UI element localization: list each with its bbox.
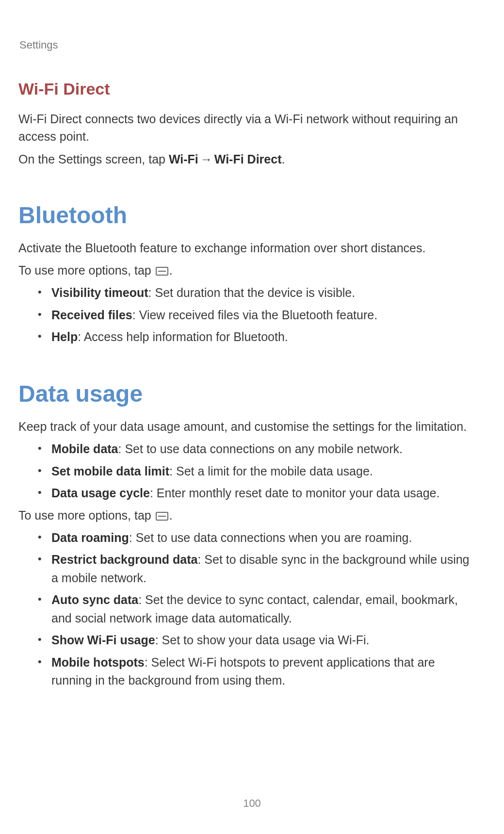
list-item: Restrict background data: Set to disable… (38, 551, 475, 587)
heading-wifi-direct: Wi-Fi Direct (18, 80, 475, 98)
menu-icon (156, 267, 168, 276)
wifi-direct-description: Wi-Fi Direct connects two devices direct… (18, 110, 475, 146)
list-item: Data usage cycle: Enter monthly reset da… (38, 484, 475, 503)
list-item: Show Wi-Fi usage: Set to show your data … (38, 631, 475, 650)
text-wifi-direct: Wi-Fi Direct (214, 152, 282, 166)
text-prefix: On the Settings screen, tap (18, 152, 169, 166)
term: Data usage cycle (51, 486, 150, 500)
list-item: Received files: View received files via … (38, 306, 475, 325)
desc: : Set to use data connections on any mob… (118, 442, 403, 456)
list-item: Mobile data: Set to use data connections… (38, 440, 475, 458)
text-suffix: . (169, 263, 173, 277)
data-usage-description: Keep track of your data usage amount, an… (18, 418, 475, 435)
term: Data roaming (51, 531, 129, 544)
term: Set mobile data limit (51, 464, 169, 478)
term: Help (51, 330, 78, 343)
list-item: Auto sync data: Set the device to sync c… (38, 591, 475, 627)
list-item: Help: Access help information for Blueto… (38, 328, 475, 346)
section-wifi-direct: Wi-Fi Direct Wi-Fi Direct connects two d… (18, 80, 475, 168)
text-suffix: . (281, 152, 285, 166)
term: Restrict background data (51, 553, 197, 566)
term: Auto sync data (51, 593, 138, 606)
list-item: Mobile hotspots: Select Wi-Fi hotspots t… (38, 654, 475, 690)
desc: : View received files via the Bluetooth … (132, 308, 377, 322)
wifi-direct-instruction: On the Settings screen, tap Wi-Fi→Wi-Fi … (18, 150, 475, 168)
data-usage-list-secondary: Data roaming: Set to use data connection… (18, 529, 475, 690)
term: Visibility timeout (51, 286, 148, 299)
menu-icon (156, 512, 168, 521)
term: Show Wi-Fi usage (51, 633, 155, 647)
arrow-icon: → (198, 152, 214, 166)
page-number: 100 (0, 797, 504, 810)
heading-data-usage: Data usage (18, 380, 475, 407)
header-section-label: Settings (19, 39, 475, 51)
data-usage-options-line: To use more options, tap . (18, 507, 475, 524)
desc: : Set duration that the device is visibl… (148, 286, 356, 299)
text-prefix: To use more options, tap (18, 263, 155, 277)
data-usage-list-primary: Mobile data: Set to use data connections… (18, 440, 475, 503)
term: Mobile hotspots (51, 655, 145, 669)
desc: : Set to use data connections when you a… (129, 531, 412, 544)
text-prefix: To use more options, tap (18, 508, 155, 522)
bluetooth-options-line: To use more options, tap . (18, 262, 475, 279)
term: Received files (51, 308, 132, 322)
list-item: Visibility timeout: Set duration that th… (38, 284, 475, 302)
list-item: Data roaming: Set to use data connection… (38, 529, 475, 547)
desc: : Enter monthly reset date to monitor yo… (150, 486, 440, 500)
desc: : Set to show your data usage via Wi-Fi. (155, 633, 370, 647)
term: Mobile data (51, 442, 118, 456)
bluetooth-description: Activate the Bluetooth feature to exchan… (18, 239, 475, 257)
bluetooth-option-list: Visibility timeout: Set duration that th… (18, 284, 475, 346)
list-item: Set mobile data limit: Set a limit for t… (38, 462, 475, 481)
text-wifi: Wi-Fi (169, 152, 198, 166)
desc: : Access help information for Bluetooth. (78, 330, 288, 343)
text-suffix: . (169, 508, 173, 522)
section-data-usage: Data usage Keep track of your data usage… (18, 380, 475, 690)
heading-bluetooth: Bluetooth (18, 202, 475, 229)
desc: : Set a limit for the mobile data usage. (169, 464, 373, 478)
section-bluetooth: Bluetooth Activate the Bluetooth feature… (18, 202, 475, 346)
